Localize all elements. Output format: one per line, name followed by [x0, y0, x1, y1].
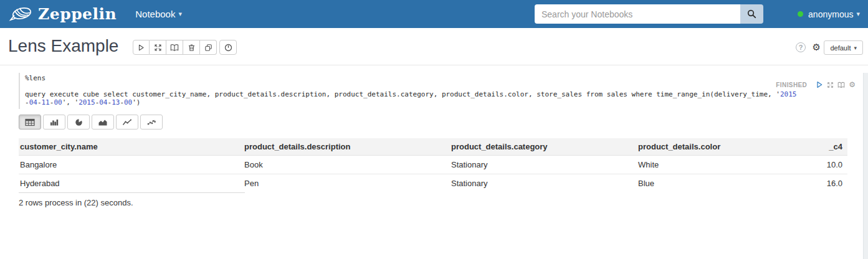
search-button[interactable]: [740, 4, 763, 24]
book-icon: [837, 82, 845, 88]
chevron-down-icon: ▾: [178, 10, 182, 18]
table-bottom-divider: [19, 192, 245, 193]
table-cell: 16.0: [794, 174, 847, 193]
line-chart-button[interactable]: [116, 115, 138, 130]
clone-note-button[interactable]: [200, 40, 217, 55]
table-cell: Stationary: [450, 174, 637, 193]
book-icon: [170, 44, 179, 52]
search-input[interactable]: [535, 4, 740, 24]
table-row: HyderabadPenStationaryBlue16.0: [19, 174, 847, 193]
table-row: BangaloreBookStationaryWhite10.0: [19, 156, 847, 174]
area-chart-icon: [98, 118, 108, 126]
query-line-2: -04-11-00', '2015-04-13-00'): [25, 98, 868, 106]
play-icon: [816, 81, 823, 88]
code-blank-line: [25, 82, 868, 90]
online-status-dot: [798, 11, 803, 17]
trash-icon: [188, 44, 196, 52]
paragraph-settings-gear-icon[interactable]: ⚙: [849, 80, 856, 89]
expand-arrows-icon: [827, 82, 834, 88]
table-cell: White: [637, 156, 794, 174]
table-cell: Pen: [243, 174, 450, 193]
scatter-chart-icon: [146, 118, 156, 126]
notebook-menu[interactable]: Notebook ▾: [135, 9, 182, 19]
expand-arrows-icon: [154, 44, 162, 52]
help-icon[interactable]: ?: [796, 42, 806, 52]
column-header[interactable]: product_details.description: [243, 138, 450, 156]
result-table: customer_city.nameproduct_details.descri…: [19, 138, 847, 192]
brand-title: Zeppelin: [38, 5, 117, 23]
note-title[interactable]: Lens Example: [8, 36, 118, 56]
column-header[interactable]: product_details.color: [637, 138, 794, 156]
line-chart-icon: [122, 118, 132, 126]
column-header[interactable]: _c4: [794, 138, 847, 156]
status-badge: FINISHED: [776, 82, 807, 88]
clock-icon: [224, 44, 232, 52]
bar-chart-icon: [49, 118, 59, 126]
visualization-switcher: [19, 115, 868, 130]
scatter-chart-button[interactable]: [140, 115, 163, 130]
note-toolbar: [133, 40, 217, 55]
result-table-body: BangaloreBookStationaryWhite10.0Hyderaba…: [19, 156, 847, 193]
toggle-code-button[interactable]: [150, 40, 166, 55]
paragraph-status-bar: FINISHED ⚙: [776, 80, 856, 89]
table-cell: 10.0: [794, 156, 847, 174]
table-chart-icon: [25, 118, 35, 126]
delete-note-button[interactable]: [183, 40, 200, 55]
zeppelin-airship-icon: [9, 6, 32, 23]
pie-chart-button[interactable]: [67, 115, 90, 130]
note-body: FINISHED ⚙ %lens query execute cube sele…: [0, 73, 868, 259]
interpreter-directive: %lens: [25, 74, 868, 82]
column-header[interactable]: product_details.category: [450, 138, 637, 156]
user-menu[interactable]: anonymous ▾: [798, 0, 860, 28]
query-line-1: query execute cube select customer_city_…: [25, 90, 868, 98]
interpreter-binding-button[interactable]: default ▾: [824, 40, 863, 55]
note-settings-gear-icon[interactable]: ⚙: [813, 42, 821, 53]
notebook-menu-label: Notebook: [135, 9, 175, 19]
column-header[interactable]: customer_city.name: [19, 138, 243, 156]
pie-chart-icon: [74, 118, 83, 126]
zeppelin-logo-link[interactable]: Zeppelin: [9, 5, 117, 23]
toggle-output-button[interactable]: [837, 82, 845, 88]
table-cell: Stationary: [450, 156, 637, 174]
table-cell: Bangalore: [19, 156, 243, 174]
top-navbar: Zeppelin Notebook ▾ anonymous ▾: [0, 0, 868, 28]
notebook-search: [535, 4, 763, 24]
vertical-scrollbar[interactable]: [863, 73, 868, 259]
search-icon: [747, 9, 756, 19]
rows-processed-note: 2 rows process in (22) seconds.: [19, 198, 868, 207]
run-paragraph-button[interactable]: [816, 81, 823, 88]
username-label: anonymous: [808, 9, 853, 19]
result-table-header-row: customer_city.nameproduct_details.descri…: [19, 138, 847, 156]
clone-icon: [204, 44, 212, 52]
chevron-down-icon: ▾: [854, 45, 857, 51]
bar-chart-button[interactable]: [43, 115, 65, 130]
toggle-editor-button[interactable]: [827, 82, 834, 88]
chevron-down-icon: ▾: [856, 10, 860, 18]
code-editor[interactable]: %lens query execute cube select customer…: [19, 73, 868, 109]
area-chart-button[interactable]: [92, 115, 114, 130]
play-icon: [137, 44, 145, 52]
table-cell: Blue: [637, 174, 794, 193]
table-cell: Book: [243, 156, 450, 174]
table-cell: Hyderabad: [19, 174, 243, 193]
note-titlebar: Lens Example ? ⚙ default ▾: [0, 28, 868, 65]
run-all-paragraphs-button[interactable]: [133, 40, 150, 55]
interpreter-binding-label: default: [830, 44, 851, 52]
table-view-button[interactable]: [19, 115, 41, 130]
export-note-button[interactable]: [166, 40, 183, 55]
scheduler-button[interactable]: [219, 40, 237, 55]
